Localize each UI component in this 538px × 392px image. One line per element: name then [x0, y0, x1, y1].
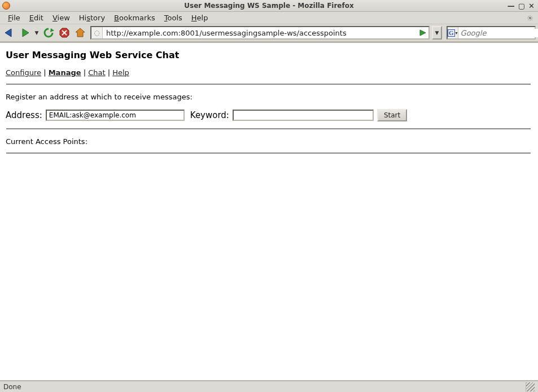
- menu-tools[interactable]: Tools: [160, 12, 187, 23]
- back-button[interactable]: [2, 26, 16, 40]
- start-button[interactable]: Start: [377, 109, 407, 121]
- nav-separator: |: [108, 68, 113, 77]
- throbber-icon: ☀: [526, 14, 535, 23]
- page-title: User Messaging Web Service Chat: [6, 50, 531, 60]
- close-button[interactable]: ✕: [528, 2, 535, 10]
- search-input[interactable]: [458, 29, 538, 37]
- nav-manage-link[interactable]: Manage: [49, 68, 81, 77]
- menu-help[interactable]: Help: [187, 12, 213, 23]
- search-engine-selector[interactable]: G▾: [448, 27, 458, 38]
- url-history-dropdown[interactable]: ▼: [432, 26, 442, 40]
- horizontal-rule: [6, 128, 531, 129]
- reload-button[interactable]: [42, 26, 55, 40]
- nav-separator: |: [84, 68, 89, 77]
- menu-bookmarks[interactable]: Bookmarks: [110, 12, 160, 23]
- access-point-form: Address: Keyword: Start: [6, 109, 531, 121]
- svg-marker-2: [50, 28, 54, 32]
- nav-help-link[interactable]: Help: [112, 68, 129, 77]
- home-button[interactable]: [73, 26, 87, 40]
- page-content: User Messaging Web Service Chat Configur…: [0, 42, 538, 380]
- menubar: File Edit View History Bookmarks Tools H…: [0, 12, 538, 24]
- register-instruction-text: Register an address at which to receive …: [6, 93, 531, 101]
- forward-button[interactable]: [18, 26, 32, 40]
- menu-view[interactable]: View: [48, 12, 75, 23]
- menu-edit[interactable]: Edit: [25, 12, 48, 23]
- svg-marker-6: [76, 28, 85, 37]
- page-favicon: ◌: [91, 27, 103, 38]
- page-nav-links: Configure | Manage | Chat | Help: [6, 68, 531, 77]
- current-access-points-label: Current Access Points:: [6, 137, 531, 146]
- url-bar: ◌: [90, 26, 430, 40]
- url-input[interactable]: [103, 27, 417, 38]
- address-label: Address:: [6, 110, 42, 120]
- nav-configure-link[interactable]: Configure: [6, 68, 41, 77]
- keyword-label: Keyword:: [190, 110, 229, 120]
- menu-file[interactable]: File: [3, 12, 25, 23]
- google-g-icon: G: [448, 29, 455, 37]
- nav-separator: |: [43, 68, 49, 77]
- window-titlebar: User Messaging WS Sample - Mozilla Firef…: [0, 0, 538, 12]
- minimize-button[interactable]: —: [508, 2, 515, 10]
- status-bar: Done: [0, 380, 538, 392]
- firefox-icon: [2, 2, 10, 10]
- forward-history-dropdown[interactable]: ▼: [34, 30, 40, 36]
- address-input[interactable]: [46, 110, 185, 121]
- go-button[interactable]: [417, 27, 428, 38]
- stop-button[interactable]: [58, 26, 71, 40]
- window-title: User Messaging WS Sample - Mozilla Firef…: [0, 2, 538, 10]
- horizontal-rule: [6, 153, 531, 154]
- horizontal-rule: [6, 84, 531, 85]
- nav-chat-link[interactable]: Chat: [88, 68, 105, 77]
- status-text: Done: [3, 383, 21, 391]
- resize-grip[interactable]: [526, 382, 535, 391]
- svg-marker-7: [420, 30, 426, 36]
- navigation-toolbar: ▼ ◌ ▼ G▾: [0, 24, 538, 42]
- maximize-button[interactable]: ▢: [518, 2, 525, 10]
- svg-marker-0: [5, 29, 11, 37]
- menu-history[interactable]: History: [75, 12, 110, 23]
- keyword-input[interactable]: [233, 110, 374, 121]
- svg-marker-1: [23, 29, 29, 37]
- search-box: G▾: [447, 26, 536, 40]
